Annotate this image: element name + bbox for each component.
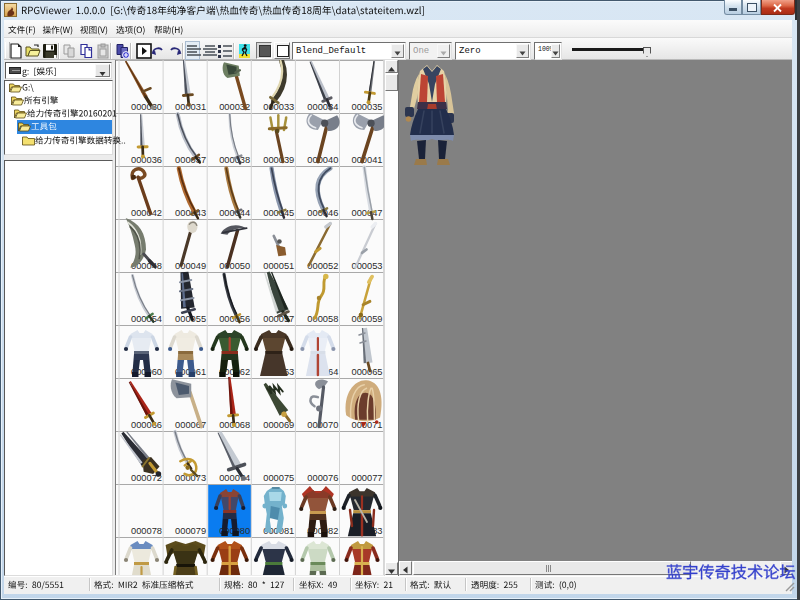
svg-text:000052: 000052 (307, 261, 338, 271)
svg-text:000050: 000050 (219, 261, 250, 271)
svg-text:000036: 000036 (131, 155, 162, 165)
svg-text:000041: 000041 (351, 155, 382, 165)
svg-text:000037: 000037 (175, 155, 206, 165)
svg-text:000079: 000079 (175, 526, 206, 536)
svg-text:000066: 000066 (131, 420, 162, 430)
svg-text:000040: 000040 (307, 155, 338, 165)
svg-text:000076: 000076 (307, 473, 338, 483)
svg-text:000059: 000059 (351, 314, 382, 324)
svg-text:000070: 000070 (307, 420, 338, 430)
svg-text:000039: 000039 (263, 155, 294, 165)
svg-text:000075: 000075 (263, 473, 294, 483)
svg-text:000051: 000051 (263, 261, 294, 271)
svg-text:000058: 000058 (307, 314, 338, 324)
svg-text:000078: 000078 (131, 526, 162, 536)
svg-text:000030: 000030 (131, 102, 162, 112)
svg-text:000031: 000031 (175, 102, 206, 112)
svg-text:000077: 000077 (351, 473, 382, 483)
svg-text:000042: 000042 (131, 208, 162, 218)
svg-text:000065: 000065 (351, 367, 382, 377)
svg-text:000034: 000034 (307, 102, 338, 112)
